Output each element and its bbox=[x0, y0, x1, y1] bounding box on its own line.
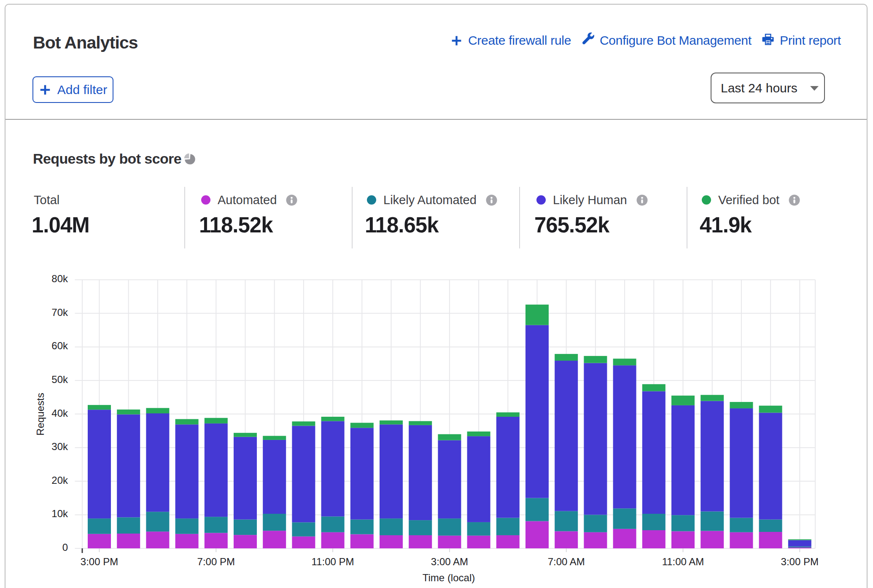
svg-text:0: 0 bbox=[62, 542, 68, 553]
svg-text:11:00 AM: 11:00 AM bbox=[662, 556, 704, 567]
svg-text:20k: 20k bbox=[51, 475, 68, 486]
svg-text:3:00 PM: 3:00 PM bbox=[81, 556, 118, 567]
svg-text:3:00 PM: 3:00 PM bbox=[781, 556, 819, 567]
svg-text:30k: 30k bbox=[51, 441, 68, 452]
svg-text:7:00 PM: 7:00 PM bbox=[197, 556, 235, 567]
svg-text:Time (local): Time (local) bbox=[423, 572, 475, 583]
svg-text:40k: 40k bbox=[51, 407, 68, 419]
svg-text:60k: 60k bbox=[51, 340, 68, 351]
svg-text:11:00 PM: 11:00 PM bbox=[312, 556, 354, 567]
svg-text:80k: 80k bbox=[51, 273, 68, 284]
svg-text:3:00 AM: 3:00 AM bbox=[431, 556, 468, 567]
svg-text:70k: 70k bbox=[51, 307, 68, 318]
svg-text:7:00 AM: 7:00 AM bbox=[548, 556, 585, 567]
svg-text:10k: 10k bbox=[51, 508, 68, 519]
svg-text:50k: 50k bbox=[51, 374, 68, 385]
svg-text:Requests: Requests bbox=[35, 393, 46, 435]
